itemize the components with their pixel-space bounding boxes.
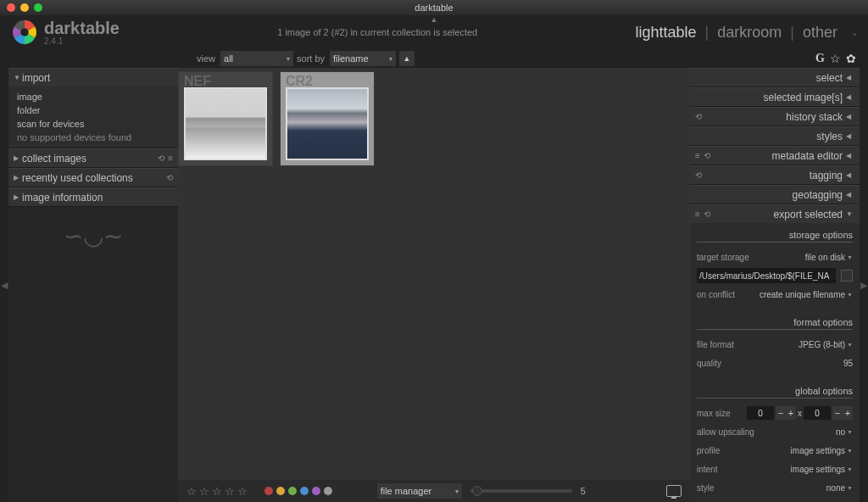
reset-icon[interactable]: ⟲ [704,209,710,219]
format-dropdown[interactable]: JPEG (8-bit)▼ [798,340,853,349]
views-menu-caret[interactable]: ⌄ [851,28,858,37]
import-folder[interactable]: folder [14,103,173,117]
view-filter-dropdown[interactable]: all▾ [220,51,293,66]
group-icon[interactable]: G [815,52,825,65]
module-import-header[interactable]: ▼import [8,68,178,86]
module-recent-header[interactable]: ▶recently used collections⟲ [8,168,178,187]
zoom-window-button[interactable] [34,3,42,12]
module-export-header[interactable]: ≡⟲export selected▼ [690,204,860,223]
quality-value[interactable]: 95 [843,359,853,368]
settings-gear-icon[interactable]: ✿ [846,52,856,65]
color-label-dot[interactable] [312,487,320,495]
darktable-logo [10,18,39,47]
module-imageinfo-header[interactable]: ▶image information [8,187,178,206]
intent-dropdown[interactable]: image settings▼ [791,465,853,474]
filetype-badge: CR2 [281,72,374,87]
brand-version: 2.4.1 [44,36,120,46]
display-profile-icon[interactable] [666,485,682,497]
presets-icon[interactable]: ≡ [695,151,700,160]
color-label-dot[interactable] [264,487,273,495]
rating-stars[interactable]: ☆☆☆☆☆ [186,485,248,498]
star-icon[interactable]: ☆ [212,485,222,498]
selection-status: 1 image of 2 (#2) in current collection … [120,27,636,37]
color-label-dot[interactable] [276,487,285,495]
collapse-left-handle[interactable]: ◀ [0,68,8,502]
star-icon[interactable]: ☆ [225,485,235,498]
thumbnail-selected[interactable]: CR2 [280,71,375,166]
presets-icon[interactable]: ≡ [695,209,700,219]
lighttable-grid[interactable]: NEF CR2 ☆☆☆☆☆ file manager▾ 5 [178,68,690,502]
zoom-slider[interactable] [470,489,572,493]
module-geotag-header[interactable]: geotagging◀ [690,185,860,204]
module-styles-header[interactable]: styles◀ [690,126,860,145]
view-darkroom[interactable]: darkroom [717,24,782,42]
close-window-button[interactable] [7,3,15,12]
color-label-dot[interactable] [324,487,332,495]
left-panel: ▼import image folder scan for devices no… [8,68,178,502]
zoom-value: 5 [581,486,586,496]
collapse-right-handle[interactable]: ▶ [860,68,868,502]
browse-path-button[interactable] [841,270,853,282]
bottom-toolbar: ☆☆☆☆☆ file manager▾ 5 [178,480,690,502]
star-icon[interactable]: ☆ [199,485,209,498]
collapse-top-panel-handle[interactable]: ▲ [431,15,438,24]
module-history-header[interactable]: ⟲history stack◀ [690,107,860,126]
macos-titlebar: darktable [0,0,868,15]
profile-dropdown[interactable]: image settings▼ [791,446,853,455]
inc-width[interactable]: + [786,406,796,420]
reset-icon[interactable]: ⟲ [695,112,702,121]
import-nodevices: no supported devices found [14,131,173,144]
thumbnail[interactable]: NEF [178,71,273,166]
color-label-dot[interactable] [300,487,309,495]
export-path-input[interactable]: /Users/marius/Desktop/$(FILE_NA [697,268,836,283]
dec-height[interactable]: − [832,406,843,420]
filetype-badge: NEF [179,72,272,87]
panel-ornament: ∽◡∼ [8,207,178,265]
import-scan[interactable]: scan for devices [14,117,173,131]
module-tagging-header[interactable]: ⟲tagging◀ [690,165,860,184]
layout-dropdown[interactable]: file manager▾ [377,483,462,499]
max-width-input[interactable] [747,406,774,420]
svg-point-0 [20,28,28,36]
target-storage-dropdown[interactable]: file on disk▼ [805,253,853,262]
inc-height[interactable]: + [843,406,853,420]
max-height-input[interactable] [804,406,831,420]
module-select-header[interactable]: select◀ [690,68,860,86]
filter-toolbar: view all▾ sort by filename▾ ▲ G ☆ ✿ [0,49,868,68]
sort-dropdown[interactable]: filename▾ [330,51,396,66]
view-filter-label: view [197,53,215,64]
color-labels [264,487,332,495]
star-icon[interactable]: ☆ [237,485,248,498]
reset-icon[interactable]: ⟲ [704,151,710,160]
style-dropdown[interactable]: none▼ [826,483,853,493]
star-icon[interactable]: ☆ [186,485,197,498]
sort-direction-button[interactable]: ▲ [399,51,415,66]
star-overlay-icon[interactable]: ☆ [830,52,841,65]
module-collect-header[interactable]: ▶collect images⟲≡ [8,148,178,167]
module-selectedimages-header[interactable]: selected image[s]◀ [690,87,860,106]
export-panel: storage options target storagefile on di… [690,223,860,502]
presets-icon[interactable]: ≡ [168,153,173,163]
dec-width[interactable]: − [776,406,786,420]
thumbnail-image [184,87,267,160]
right-panel: select◀ selected image[s]◀ ⟲history stac… [690,68,860,502]
conflict-dropdown[interactable]: create unique filename▼ [760,290,853,299]
window-title: darktable [415,3,453,13]
reset-icon[interactable]: ⟲ [158,153,164,163]
color-label-dot[interactable] [288,487,297,495]
module-metadata-header[interactable]: ≡⟲metadata editor◀ [690,146,860,165]
thumbnail-image [286,87,369,160]
brand-name: darktable [44,19,120,38]
export-global-section: global options [697,374,853,399]
export-format-section: format options [697,305,853,330]
reset-icon[interactable]: ⟲ [166,173,173,182]
import-image[interactable]: image [14,90,173,103]
upscale-dropdown[interactable]: no▼ [836,427,853,437]
reset-icon[interactable]: ⟲ [695,170,702,180]
export-storage-section: storage options [697,228,853,243]
view-other[interactable]: other [803,24,837,42]
sort-label: sort by [297,53,325,64]
view-lighttable[interactable]: lighttable [636,24,697,42]
minimize-window-button[interactable] [20,3,29,12]
